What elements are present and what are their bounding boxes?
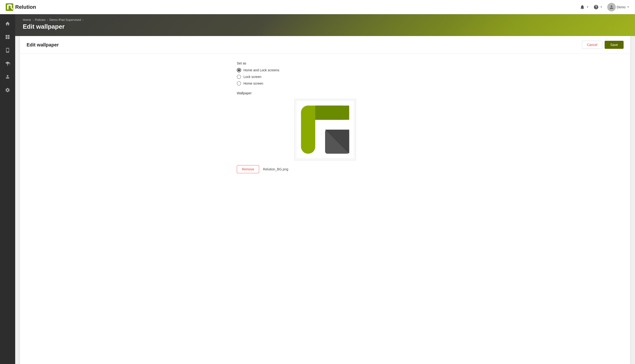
sidebar-item-policies[interactable] — [2, 31, 13, 43]
form-card: Edit wallpaper Cancel Save Set as Home a… — [20, 36, 630, 364]
cancel-button[interactable]: Cancel — [582, 41, 602, 49]
user-chevron: ▼ — [627, 6, 629, 8]
sidebar-item-devices[interactable] — [2, 44, 13, 56]
breadcrumb-policies[interactable]: Policies — [35, 18, 46, 22]
help-chevron: ▼ — [600, 6, 602, 8]
sidebar-item-education[interactable] — [2, 58, 13, 69]
user-menu[interactable]: Demo ▼ — [607, 3, 629, 12]
navbar-right: ▼ ▼ Demo ▼ — [580, 3, 629, 12]
avatar — [607, 3, 616, 12]
wallpaper-image — [297, 101, 354, 158]
notifications-chevron: ▼ — [586, 6, 589, 8]
radio-lock[interactable]: Lock screen — [237, 75, 413, 79]
radio-label-lock: Lock screen — [244, 75, 261, 79]
sidebar — [0, 14, 15, 364]
radio-circle-home-lock — [237, 68, 241, 72]
form-card-header: Edit wallpaper Cancel Save — [20, 36, 630, 54]
sidebar-item-dashboard[interactable] — [2, 18, 13, 30]
save-button[interactable]: Save — [605, 41, 623, 49]
main-layout: Home › Policies › Demo iPad Supervised ›… — [0, 14, 635, 364]
brand-logo-icon — [6, 3, 13, 11]
svg-marker-4 — [315, 106, 349, 120]
user-name: Demo — [617, 5, 625, 9]
set-as-label: Set as — [237, 62, 413, 65]
radio-home[interactable]: Home screen — [237, 81, 413, 86]
help-button[interactable]: ▼ — [593, 4, 602, 10]
wallpaper-preview — [294, 99, 356, 160]
breadcrumb-sep-2: › — [47, 18, 48, 22]
file-name: Relution_BG.png — [263, 167, 288, 171]
breadcrumb-sep-1: › — [33, 18, 34, 22]
wallpaper-label: Wallpaper — [237, 91, 413, 95]
sidebar-item-settings[interactable] — [2, 84, 13, 96]
form-card-title: Edit wallpaper — [27, 42, 59, 48]
radio-label-home: Home screen — [244, 82, 263, 85]
page-title: Edit wallpaper — [23, 23, 627, 30]
sidebar-item-users[interactable] — [2, 71, 13, 82]
breadcrumb-device[interactable]: Demo iPad Supervised — [49, 18, 81, 22]
content-area: Home › Policies › Demo iPad Supervised ›… — [15, 14, 635, 364]
breadcrumb-home[interactable]: Home — [23, 18, 31, 22]
radio-circle-lock — [237, 75, 241, 79]
brand-logo-area: Relution — [6, 3, 36, 11]
radio-label-home-lock: Home and Lock screens — [244, 68, 279, 72]
brand-name: Relution — [15, 4, 36, 10]
remove-button[interactable]: Remove — [237, 165, 259, 173]
remove-row: Remove Relution_BG.png — [237, 165, 413, 173]
radio-circle-home — [237, 81, 241, 86]
page-header: Home › Policies › Demo iPad Supervised ›… — [15, 14, 635, 36]
header-actions: Cancel Save — [582, 41, 623, 49]
navbar: Relution ▼ ▼ Demo ▼ — [0, 0, 635, 14]
radio-home-lock[interactable]: Home and Lock screens — [237, 68, 413, 72]
breadcrumb: Home › Policies › Demo iPad Supervised › — [23, 18, 627, 22]
form-content: Set as Home and Lock screens Lock screen — [230, 54, 420, 181]
notifications-button[interactable]: ▼ — [580, 4, 589, 10]
breadcrumb-sep-3: › — [82, 18, 83, 22]
radio-group-set-as: Home and Lock screens Lock screen Home s… — [237, 68, 413, 86]
